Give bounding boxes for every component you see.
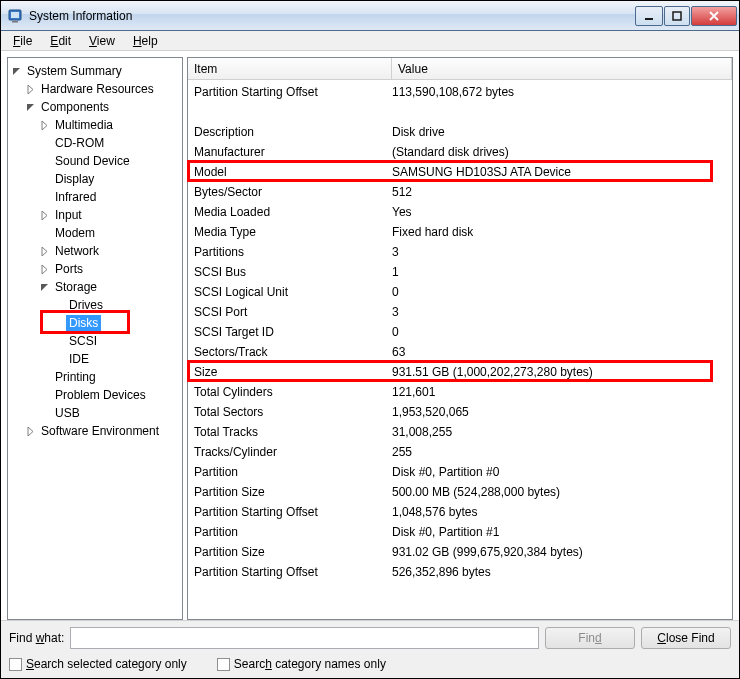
cell-item: SCSI Bus <box>188 265 392 279</box>
column-headers: Item Value <box>188 58 732 80</box>
svg-rect-3 <box>645 18 653 20</box>
list-row[interactable]: Manufacturer(Standard disk drives) <box>188 142 732 162</box>
tree-item-infrared[interactable]: Infrared <box>10 188 182 206</box>
expand-icon[interactable] <box>38 119 50 131</box>
expand-icon[interactable] <box>38 263 50 275</box>
cell-value: 500.00 MB (524,288,000 bytes) <box>392 485 732 499</box>
tree-label: System Summary <box>24 63 125 79</box>
cell-item: SCSI Port <box>188 305 392 319</box>
tree-item-multimedia[interactable]: Multimedia <box>10 116 182 134</box>
tree-item-display[interactable]: Display <box>10 170 182 188</box>
minimize-button[interactable] <box>635 6 663 26</box>
tree-item-system-summary[interactable]: System Summary <box>10 62 182 80</box>
menu-view[interactable]: View <box>81 32 123 50</box>
tree-item-disks[interactable]: Disks <box>10 314 182 332</box>
tree-item-ide[interactable]: IDE <box>10 350 182 368</box>
list-row[interactable]: Partition Starting Offset1,048,576 bytes <box>188 502 732 522</box>
tree-item-hardware-resources[interactable]: Hardware Resources <box>10 80 182 98</box>
list-row[interactable]: DescriptionDisk drive <box>188 122 732 142</box>
cell-item: Model <box>188 165 392 179</box>
list-row[interactable]: Partitions3 <box>188 242 732 262</box>
list-row[interactable]: Partition Size931.02 GB (999,675,920,384… <box>188 542 732 562</box>
menu-help[interactable]: Help <box>125 32 166 50</box>
list-row[interactable]: SCSI Port3 <box>188 302 732 322</box>
cell-item: Description <box>188 125 392 139</box>
cell-value: 121,601 <box>392 385 732 399</box>
tree-label: Problem Devices <box>52 387 149 403</box>
find-button[interactable]: Find <box>545 627 635 649</box>
cell-value: (Standard disk drives) <box>392 145 732 159</box>
menu-file-rest: ile <box>20 34 32 48</box>
list-row[interactable]: Bytes/Sector512 <box>188 182 732 202</box>
tree-item-printing[interactable]: Printing <box>10 368 182 386</box>
tree-label: SCSI <box>66 333 100 349</box>
list-row[interactable]: Media TypeFixed hard disk <box>188 222 732 242</box>
collapse-icon[interactable] <box>24 101 36 113</box>
collapse-icon[interactable] <box>10 65 22 77</box>
list-row[interactable]: Partition Starting Offset526,352,896 byt… <box>188 562 732 582</box>
close-find-button[interactable]: Close Find <box>641 627 731 649</box>
list-row[interactable]: Size931.51 GB (1,000,202,273,280 bytes) <box>188 362 732 382</box>
tree-item-drives[interactable]: Drives <box>10 296 182 314</box>
details-list[interactable]: Partition Starting Offset113,590,108,672… <box>188 80 732 619</box>
find-input[interactable] <box>70 627 539 649</box>
cell-value: 0 <box>392 285 732 299</box>
list-row[interactable]: Partition Size500.00 MB (524,288,000 byt… <box>188 482 732 502</box>
cell-value: 255 <box>392 445 732 459</box>
menu-edit[interactable]: Edit <box>42 32 79 50</box>
tree-item-input[interactable]: Input <box>10 206 182 224</box>
tree-item-problem-devices[interactable]: Problem Devices <box>10 386 182 404</box>
collapse-icon[interactable] <box>38 281 50 293</box>
close-button[interactable] <box>691 6 737 26</box>
tree-item-ports[interactable]: Ports <box>10 260 182 278</box>
list-row[interactable]: PartitionDisk #0, Partition #0 <box>188 462 732 482</box>
list-row[interactable]: Total Sectors1,953,520,065 <box>188 402 732 422</box>
cell-value: 31,008,255 <box>392 425 732 439</box>
category-tree[interactable]: System SummaryHardware ResourcesComponen… <box>7 57 183 620</box>
tree-item-components[interactable]: Components <box>10 98 182 116</box>
maximize-button[interactable] <box>664 6 690 26</box>
list-row[interactable]: PartitionDisk #0, Partition #1 <box>188 522 732 542</box>
tree-label: Hardware Resources <box>38 81 157 97</box>
column-item[interactable]: Item <box>188 58 392 79</box>
expand-icon[interactable] <box>38 209 50 221</box>
cell-item: SCSI Target ID <box>188 325 392 339</box>
list-row[interactable]: Total Tracks31,008,255 <box>188 422 732 442</box>
tree-item-scsi[interactable]: SCSI <box>10 332 182 350</box>
tree-item-usb[interactable]: USB <box>10 404 182 422</box>
list-row[interactable]: Sectors/Track63 <box>188 342 732 362</box>
tree-item-cd-rom[interactable]: CD-ROM <box>10 134 182 152</box>
column-value[interactable]: Value <box>392 58 732 79</box>
list-row[interactable]: Partition Starting Offset113,590,108,672… <box>188 82 732 102</box>
cell-value: 63 <box>392 345 732 359</box>
cell-item: Partition Size <box>188 485 392 499</box>
menu-file[interactable]: File <box>5 32 40 50</box>
search-names-checkbox[interactable]: Search category names only <box>217 657 386 671</box>
tree-item-sound-device[interactable]: Sound Device <box>10 152 182 170</box>
tree-label: Network <box>52 243 102 259</box>
list-row[interactable]: Total Cylinders121,601 <box>188 382 732 402</box>
cell-value: 1 <box>392 265 732 279</box>
search-bar: Find what: Find Close Find Search select… <box>1 620 739 678</box>
expand-icon[interactable] <box>24 83 36 95</box>
cell-value: Disk #0, Partition #1 <box>392 525 732 539</box>
tree-label: CD-ROM <box>52 135 107 151</box>
tree-item-storage[interactable]: Storage <box>10 278 182 296</box>
list-row[interactable]: SCSI Logical Unit0 <box>188 282 732 302</box>
cell-value: Yes <box>392 205 732 219</box>
cell-value: Fixed hard disk <box>392 225 732 239</box>
tree-label: IDE <box>66 351 92 367</box>
list-row[interactable]: SCSI Bus1 <box>188 262 732 282</box>
expand-icon[interactable] <box>38 245 50 257</box>
tree-item-network[interactable]: Network <box>10 242 182 260</box>
svg-rect-4 <box>673 12 681 20</box>
blank-row <box>188 102 732 122</box>
tree-item-software-environment[interactable]: Software Environment <box>10 422 182 440</box>
expand-icon[interactable] <box>24 425 36 437</box>
list-row[interactable]: SCSI Target ID0 <box>188 322 732 342</box>
list-row[interactable]: Media LoadedYes <box>188 202 732 222</box>
list-row[interactable]: Tracks/Cylinder255 <box>188 442 732 462</box>
list-row[interactable]: ModelSAMSUNG HD103SJ ATA Device <box>188 162 732 182</box>
tree-item-modem[interactable]: Modem <box>10 224 182 242</box>
search-selected-checkbox[interactable]: Search selected category only <box>9 657 187 671</box>
